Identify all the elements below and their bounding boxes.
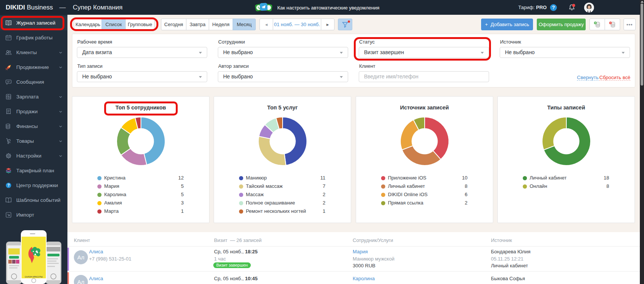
svg-text:САЛОН КРАСОТЫ: САЛОН КРАСОТЫ [25, 276, 43, 278]
svg-text:?: ? [7, 183, 9, 187]
